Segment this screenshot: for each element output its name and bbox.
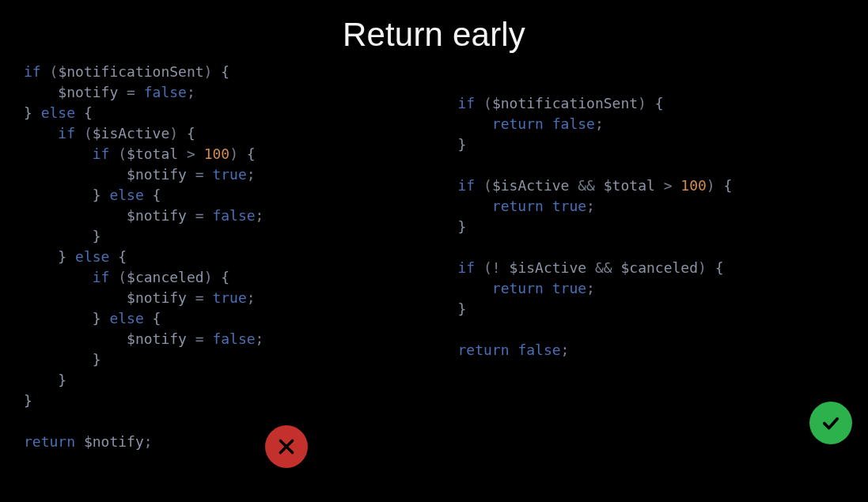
code-token: ; — [586, 280, 595, 296]
good-code-column: if ($notificationSent) { return false; }… — [458, 62, 845, 452]
code-token: $isActive — [492, 177, 570, 194]
code-token: } — [93, 310, 110, 326]
code-token: false — [212, 207, 255, 224]
code-token: = — [187, 166, 213, 183]
code-token: { — [724, 177, 733, 194]
code-token: } — [458, 136, 467, 153]
code-token: ) — [707, 177, 724, 194]
code-token — [24, 166, 127, 183]
code-token: 100 — [680, 177, 707, 194]
code-token: true — [212, 289, 246, 306]
cross-icon — [276, 436, 297, 457]
code-token: ( — [109, 269, 127, 285]
code-token — [24, 351, 93, 368]
code-token — [510, 342, 518, 358]
code-token: ( — [475, 95, 492, 111]
code-token — [544, 280, 552, 296]
code-token — [458, 280, 492, 296]
code-token: $isActive — [510, 259, 587, 276]
code-token: { — [144, 310, 161, 326]
code-token — [24, 372, 58, 388]
code-token: > — [655, 177, 681, 194]
code-token — [24, 289, 127, 306]
good-code-block: if ($notificationSent) { return false; }… — [458, 93, 845, 360]
good-badge — [809, 402, 852, 444]
code-token: ; — [144, 433, 153, 450]
code-token: } — [58, 248, 75, 265]
code-token: else — [109, 310, 143, 326]
code-columns: if ($notificationSent) { $notify = false… — [0, 54, 868, 452]
code-token: true — [552, 198, 586, 214]
code-token: $notify — [84, 433, 144, 450]
bad-code-column: if ($notificationSent) { $notify = false… — [24, 62, 411, 452]
code-token: else — [109, 187, 143, 203]
code-token: $canceled — [620, 259, 698, 276]
slide-title: Return early — [0, 0, 868, 54]
code-token: ( — [75, 125, 93, 142]
code-token: $notify — [127, 330, 187, 347]
code-token — [75, 433, 84, 450]
code-token — [458, 115, 492, 132]
code-token: false — [212, 330, 255, 347]
code-token: ) — [204, 269, 222, 285]
code-token: ; — [247, 166, 256, 183]
code-token: false — [144, 84, 187, 100]
code-token — [24, 248, 58, 265]
code-token: { — [187, 125, 195, 142]
code-token — [544, 198, 552, 214]
code-token: if — [58, 125, 75, 142]
code-token — [24, 125, 58, 142]
code-token: { — [109, 248, 127, 265]
code-token: } — [24, 104, 41, 121]
code-token: true — [212, 166, 246, 183]
code-token: if — [93, 269, 110, 285]
code-token: if — [24, 63, 41, 80]
code-token: ; — [561, 342, 570, 358]
code-token: $isActive — [93, 125, 170, 142]
code-token: $canceled — [127, 269, 204, 285]
code-token: if — [458, 95, 476, 111]
code-token — [24, 228, 93, 244]
code-token: && — [586, 259, 620, 276]
code-token — [458, 198, 492, 214]
code-token: return — [492, 115, 544, 132]
code-token: } — [93, 187, 110, 203]
code-token: ; — [256, 207, 264, 224]
code-token: (! — [475, 259, 509, 276]
code-token: else — [41, 104, 75, 121]
code-token — [24, 145, 93, 162]
code-token: true — [552, 280, 586, 296]
code-token: $notify — [127, 166, 187, 183]
code-token: false — [552, 115, 595, 132]
code-token: { — [655, 95, 664, 111]
code-token — [24, 84, 58, 100]
code-token: $notify — [127, 207, 187, 224]
code-token: $notificationSent — [492, 95, 638, 111]
code-token: ( — [41, 63, 59, 80]
code-token — [24, 413, 32, 429]
code-token: ; — [586, 198, 595, 214]
code-token — [458, 157, 467, 173]
code-token — [24, 330, 127, 347]
code-token: > — [178, 145, 204, 162]
code-token: $total — [127, 145, 178, 162]
code-token: return — [492, 280, 544, 296]
code-token: ) — [698, 259, 715, 276]
code-token: && — [569, 177, 603, 194]
code-token: = — [187, 207, 213, 224]
code-token: = — [187, 289, 213, 306]
code-token: ; — [595, 115, 604, 132]
code-token: = — [118, 84, 144, 100]
code-token — [24, 187, 93, 203]
code-token: } — [458, 218, 467, 235]
code-token — [458, 321, 467, 338]
code-token: $notificationSent — [58, 63, 203, 80]
code-token: ; — [256, 330, 264, 347]
code-token: { — [75, 104, 93, 121]
code-token: ; — [247, 289, 256, 306]
code-token: ) — [169, 125, 187, 142]
code-token: if — [93, 145, 110, 162]
code-token: { — [221, 63, 229, 80]
code-token: { — [144, 187, 161, 203]
code-token: } — [24, 392, 32, 409]
